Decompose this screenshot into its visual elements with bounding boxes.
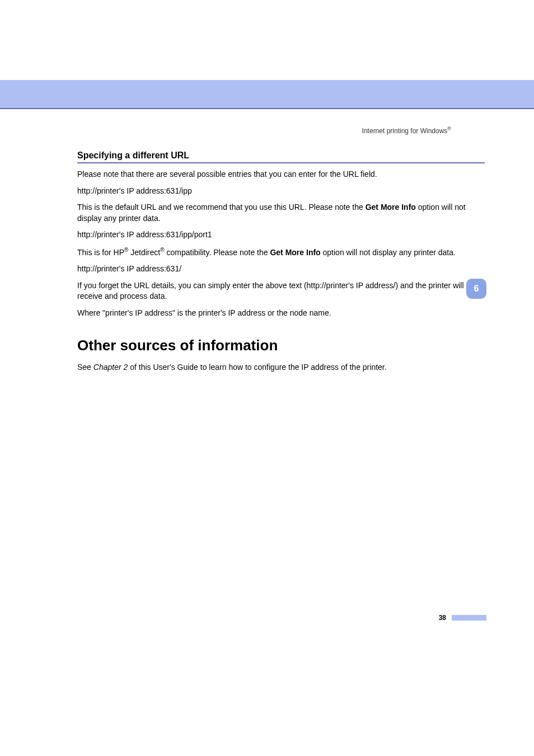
paragraph-url-1: http://printer's IP address:631/ipp — [77, 186, 485, 197]
page-number: 38 — [439, 614, 446, 622]
paragraph-1: Please note that there are several possi… — [77, 169, 485, 180]
chapter-tab: 6 — [466, 279, 486, 299]
footer-bar — [452, 615, 486, 621]
text-segment: option will not display any printer data… — [321, 248, 456, 257]
italic-text: Chapter 2 — [93, 363, 128, 372]
paragraph-9: See Chapter 2 of this User's Guide to le… — [77, 362, 485, 373]
registered-mark: ® — [447, 126, 451, 132]
footer: 38 — [439, 614, 486, 622]
text-segment: Jetdirect — [128, 248, 160, 257]
paragraph-7: If you forget the URL details, you can s… — [77, 280, 485, 302]
paragraph-url-2: http://printer's IP address:631/ipp/port… — [77, 229, 485, 241]
subsection-heading: Specifying a different URL — [77, 151, 485, 163]
header-band — [0, 80, 534, 109]
bold-text: Get More Info — [366, 203, 416, 212]
registered-mark: ® — [160, 247, 164, 253]
paragraph-8: Where "printer's IP address" is the prin… — [77, 308, 485, 319]
chapter-number: 6 — [474, 284, 479, 294]
text-segment: compatibility. Please note the — [165, 248, 270, 257]
bold-text: Get More Info — [270, 248, 320, 257]
paragraph-3: This is the default URL and we recommend… — [77, 202, 485, 224]
text-segment: This is the default URL and we recommend… — [77, 203, 366, 212]
text-segment: of this User's Guide to learn how to con… — [128, 363, 386, 372]
breadcrumb: Internet printing for Windows® — [77, 126, 485, 135]
paragraph-5: This is for HP® Jetdirect® compatibility… — [77, 246, 485, 258]
paragraph-url-3: http://printer's IP address:631/ — [77, 264, 485, 275]
text-segment: This is for HP — [77, 248, 124, 257]
section-heading: Other sources of information — [77, 337, 485, 354]
text-segment: See — [77, 363, 93, 372]
breadcrumb-text: Internet printing for Windows — [362, 127, 448, 135]
content-area: Internet printing for Windows® Specifyin… — [0, 109, 534, 373]
